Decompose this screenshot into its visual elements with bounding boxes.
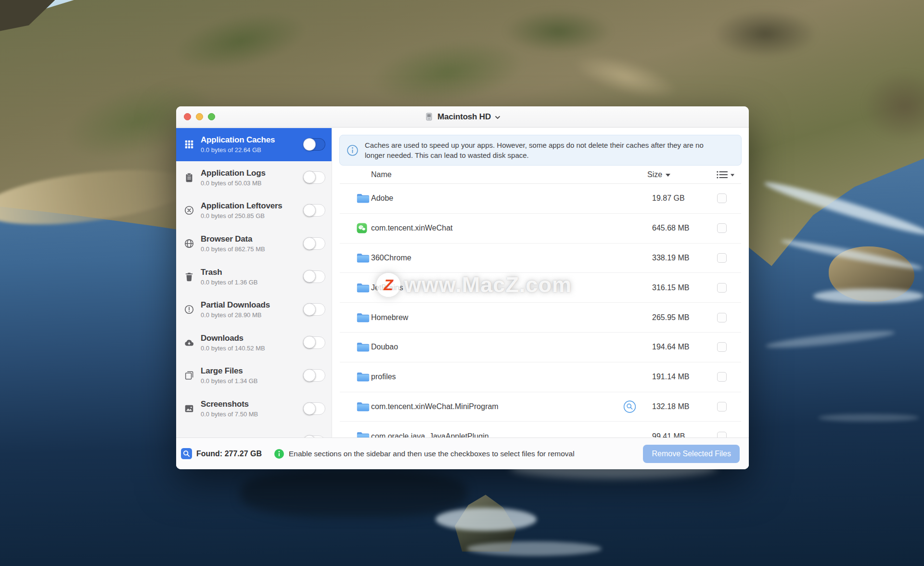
sidebar-item-browser-data[interactable]: Browser Data 0.0 bytes of 862.75 MB — [176, 227, 332, 260]
wallpaper-surf — [436, 508, 537, 531]
desktop: Macintosh HD Application Caches 0.0 byte… — [0, 0, 924, 566]
toggle-knob — [303, 138, 316, 151]
sidebar-item-application-caches[interactable]: Application Caches 0.0 bytes of 22.64 GB — [176, 128, 332, 161]
toggle-application-caches[interactable] — [303, 138, 325, 151]
sidebar-item-screenshots[interactable]: Screenshots 0.0 bytes of 7.50 MB — [176, 392, 332, 425]
toggle-knob — [303, 369, 316, 382]
wallpaper-surf — [467, 541, 602, 556]
sidebar-item-title: Trash — [201, 268, 298, 277]
toggle-application-logs[interactable] — [303, 171, 325, 184]
row-checkbox[interactable] — [717, 342, 727, 352]
caret-down-icon — [731, 174, 734, 176]
row-checkbox[interactable] — [717, 193, 727, 203]
folder-icon — [356, 372, 370, 383]
list-view-icon — [717, 170, 728, 179]
sidebar-item-downloads[interactable]: Downloads 0.0 bytes of 140.52 MB — [176, 326, 332, 360]
column-header-size[interactable]: Size — [647, 170, 670, 179]
magnifier-icon[interactable] — [623, 400, 636, 413]
sidebar-item-large-files[interactable]: Large Files 0.0 bytes of 1.34 GB — [176, 359, 332, 392]
remove-selected-files-button[interactable]: Remove Selected Files — [643, 445, 740, 463]
folder-icon — [356, 401, 370, 412]
file-name: com.tencent.xinWeChat.MiniProgram — [371, 402, 499, 411]
toggle-knob — [303, 336, 316, 348]
info-circle-icon — [346, 144, 359, 156]
sort-caret-icon — [666, 174, 670, 177]
column-header-name[interactable]: Name — [371, 170, 392, 179]
file-name: Doubao — [371, 343, 398, 351]
toggle-application-leftovers[interactable] — [303, 204, 325, 217]
window-body: Application Caches 0.0 bytes of 22.64 GB… — [176, 128, 749, 469]
file-name: Adobe — [371, 194, 393, 203]
view-options-button[interactable] — [717, 170, 734, 179]
toggle-downloads[interactable] — [303, 336, 325, 349]
table-row[interactable]: com.tencent.xinWeChat.MiniProgram 132.18… — [340, 392, 741, 422]
toggle-large-files[interactable] — [303, 369, 325, 382]
wechat-icon — [356, 222, 368, 234]
sidebar-item-subtitle: 0.0 bytes of 140.52 MB — [201, 345, 298, 352]
sidebar-item-partial-downloads[interactable]: Partial Downloads 0.0 bytes of 28.90 MB — [176, 293, 332, 326]
toggle-screenshots[interactable] — [303, 402, 325, 415]
folder-icon — [356, 282, 370, 293]
file-name: profiles — [371, 373, 396, 381]
toggle-trash[interactable] — [303, 270, 325, 283]
sidebar-item-subtitle: 0.0 bytes of 1.36 GB — [201, 279, 298, 286]
table-row[interactable]: com.tencent.xinWeChat 645.68 MB — [340, 214, 741, 244]
volume-selector[interactable]: Macintosh HD — [424, 112, 500, 122]
traffic-lights — [184, 106, 215, 127]
row-checkbox[interactable] — [717, 223, 727, 233]
file-size: 316.15 MB — [652, 283, 689, 292]
row-checkbox[interactable] — [717, 283, 727, 293]
title-bar[interactable]: Macintosh HD — [176, 106, 749, 128]
alert-circle-icon — [182, 304, 196, 315]
status-bar: Found: 277.27 GB Enable sections on the … — [176, 437, 749, 469]
file-size: 191.14 MB — [652, 373, 689, 381]
file-name: 360Chrome — [371, 254, 411, 262]
row-checkbox[interactable] — [717, 313, 727, 322]
minimize-button[interactable] — [196, 113, 203, 120]
file-size: 132.18 MB — [652, 402, 689, 411]
folder-icon — [356, 312, 370, 323]
table-row[interactable]: profiles 191.14 MB — [340, 362, 741, 392]
file-name: com.tencent.xinWeChat — [371, 224, 453, 232]
sidebar-item-subtitle: 0.0 bytes of 50.03 MB — [201, 180, 298, 187]
table-row[interactable]: 360Chrome 338.19 MB — [340, 244, 741, 273]
sidebar-item-title: Browser Data — [201, 234, 298, 244]
hint-text: Enable sections on the sidebar and then … — [289, 450, 575, 458]
toggle-knob — [303, 171, 316, 183]
sidebar-item-subtitle: 0.0 bytes of 28.90 MB — [201, 311, 298, 319]
toggle-knob — [303, 270, 316, 283]
sidebar-item-title: Screenshots — [201, 399, 298, 409]
found-search-icon[interactable] — [181, 448, 192, 459]
file-size: 19.87 GB — [652, 194, 685, 203]
table-row[interactable]: Doubao 194.64 MB — [340, 333, 741, 362]
toggle-browser-data[interactable] — [303, 237, 325, 250]
sidebar-item-application-leftovers[interactable]: Application Leftovers 0.0 bytes of 250.8… — [176, 194, 332, 227]
column-header-size-label: Size — [647, 170, 662, 179]
row-checkbox[interactable] — [717, 402, 727, 412]
wallpaper-cliff-base — [241, 469, 467, 517]
table-row[interactable]: Adobe 19.87 GB — [340, 184, 741, 214]
file-name: JetBrains — [371, 283, 403, 292]
x-circle-icon — [182, 205, 196, 216]
table-row[interactable]: Homebrew 265.95 MB — [340, 303, 741, 333]
hint-info-icon — [274, 449, 284, 459]
sidebar-item-subtitle: 0.0 bytes of 250.85 GB — [201, 212, 298, 219]
toggle-partial-downloads[interactable] — [303, 303, 325, 316]
sidebar-item-title: Downloads — [201, 334, 298, 343]
sidebar-item-title: Partial Downloads — [201, 300, 298, 310]
sidebar-item-trash[interactable]: Trash 0.0 bytes of 1.36 GB — [176, 260, 332, 293]
row-checkbox[interactable] — [717, 372, 727, 382]
copy-icon — [182, 370, 196, 381]
sidebar-item-subtitle: 0.0 bytes of 7.50 MB — [201, 411, 298, 418]
zoom-button[interactable] — [208, 113, 215, 120]
row-checkbox[interactable] — [717, 253, 727, 263]
clipboard-icon — [182, 172, 196, 183]
file-size: 194.64 MB — [652, 343, 689, 351]
grid-icon — [182, 139, 196, 150]
table-row[interactable]: JetBrains 316.15 MB — [340, 273, 741, 303]
close-button[interactable] — [184, 113, 191, 120]
sidebar-item-application-logs[interactable]: Application Logs 0.0 bytes of 50.03 MB — [176, 161, 332, 194]
file-size: 265.95 MB — [652, 313, 689, 322]
found-total: Found: 277.27 GB — [196, 450, 262, 458]
trash-icon — [182, 271, 196, 282]
